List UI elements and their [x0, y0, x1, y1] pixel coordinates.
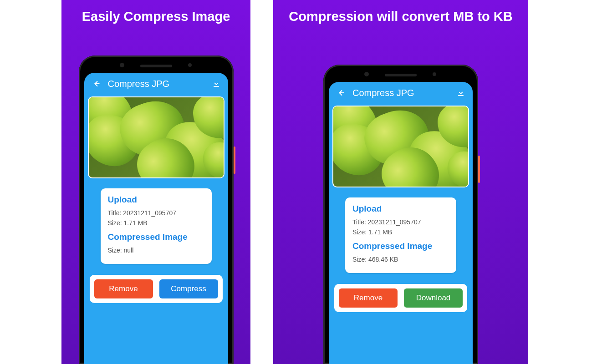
upload-size: Size: 1.71 MB	[352, 228, 449, 236]
image-preview[interactable]	[88, 96, 224, 178]
compressed-heading: Compressed Image	[108, 232, 204, 242]
upload-heading: Upload	[108, 195, 204, 205]
promo-panel-2: Compression will convert MB to KB Compre…	[273, 0, 528, 364]
compressed-heading: Compressed Image	[352, 241, 449, 251]
download-icon[interactable]	[454, 86, 467, 99]
app-bar: Compress JPG	[84, 73, 228, 95]
upload-size: Size: 1.71 MB	[108, 219, 204, 227]
remove-button[interactable]: Remove	[94, 279, 153, 298]
headline-2: Compression will convert MB to KB	[273, 0, 528, 24]
back-arrow-icon[interactable]	[334, 86, 347, 99]
image-preview[interactable]	[332, 106, 469, 187]
download-button[interactable]: Download	[404, 288, 463, 308]
info-card: Upload Title: 20231211_095707 Size: 1.71…	[345, 197, 456, 273]
remove-button[interactable]: Remove	[339, 288, 398, 308]
upload-title: Title: 20231211_095707	[352, 218, 449, 226]
download-icon[interactable]	[210, 77, 223, 90]
compress-button[interactable]: Compress	[159, 279, 218, 298]
headline-1: Easily Compress Image	[61, 0, 250, 24]
phone-mockup-1: Compress JPG Upload Title: 20231211_0957…	[79, 56, 234, 364]
button-bar: Remove Download	[334, 284, 467, 312]
compressed-size: Size: null	[108, 247, 204, 254]
upload-title: Title: 20231211_095707	[108, 209, 204, 217]
back-arrow-icon[interactable]	[90, 77, 102, 90]
app-screen-1: Compress JPG Upload Title: 20231211_0957…	[84, 73, 228, 364]
app-bar: Compress JPG	[329, 82, 473, 104]
button-bar: Remove Compress	[90, 275, 223, 303]
info-card: Upload Title: 20231211_095707 Size: 1.71…	[101, 188, 212, 264]
appbar-title: Compress JPG	[108, 79, 204, 89]
promo-panel-1: Easily Compress Image Compress JPG	[61, 0, 250, 364]
compressed-size: Size: 468.46 KB	[352, 256, 449, 263]
app-screen-2: Compress JPG Upload Title: 20231211_0957…	[329, 82, 473, 364]
appbar-title: Compress JPG	[352, 88, 449, 98]
upload-heading: Upload	[352, 204, 449, 214]
phone-mockup-2: Compress JPG Upload Title: 20231211_0957…	[323, 65, 478, 364]
